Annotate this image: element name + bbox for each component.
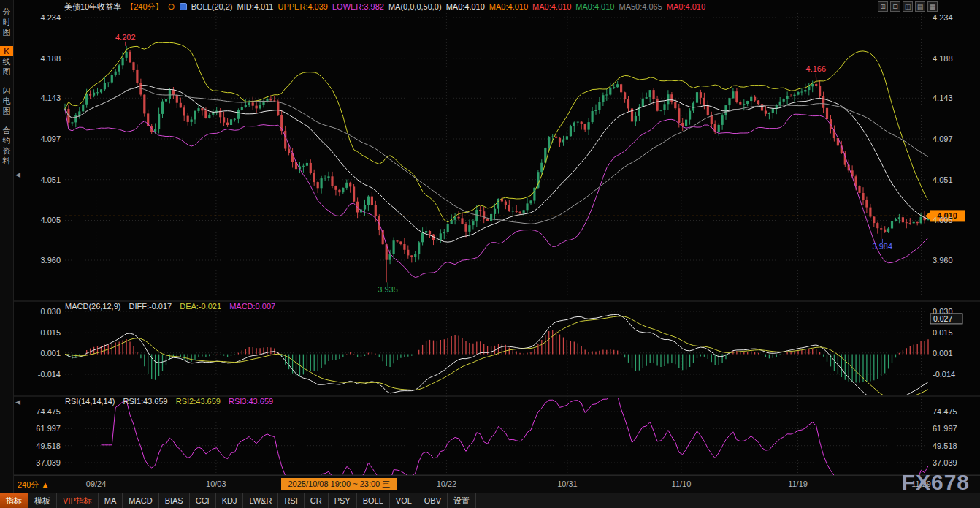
candlestick-chart[interactable]: 4.0104.2344.2344.1884.1884.1434.1434.097… (14, 13, 980, 475)
svg-text:3.960: 3.960 (933, 256, 953, 265)
boll-upper-value: UPPER:4.039 (277, 2, 327, 11)
svg-text:37.039: 37.039 (36, 458, 61, 467)
toolbar-tab-rsi[interactable]: RSI (278, 493, 304, 508)
sidebar-char: 图 (0, 106, 13, 116)
ma-values: MA0:4.010MA0:4.010MA0:4.010MA0:4.010MA50… (446, 2, 710, 11)
price-annotation: 4.166 (806, 64, 827, 73)
x-axis-date: 11/19 (788, 479, 808, 488)
boll-lower-line (65, 109, 928, 278)
indicator-settings-icon[interactable] (180, 3, 187, 10)
period-tag[interactable]: 【240分】 (126, 1, 163, 12)
toolbar-tab-vol[interactable]: VOL (390, 493, 418, 508)
instrument-title: 美债10年收益率 (64, 1, 121, 12)
rsi1-value: RSI1:43.659 (123, 397, 168, 406)
svg-text:0.001: 0.001 (40, 349, 61, 357)
indicator-header-bar: 美债10年收益率 【240分】 ⊖ BOLL(20,2) MID:4.011 U… (14, 0, 980, 13)
svg-text:4.143: 4.143 (40, 94, 61, 102)
svg-text:4.005: 4.005 (933, 216, 953, 224)
window-layout-icons: ⊞⊟◫▤▦ (878, 1, 938, 12)
x-axis-date: 10/31 (557, 479, 578, 488)
boll-upper-line (65, 42, 928, 222)
svg-text:4.051: 4.051 (40, 175, 61, 184)
pane-scroll-arrow[interactable]: ◀ (15, 171, 20, 178)
sidebar-char: 闪 (0, 86, 13, 96)
indicator-toolbar: 指标模板VIP指标MAMACDBIASCCIKDJLW&RRSICRPSYBOL… (0, 493, 980, 508)
layout-icon-3[interactable]: ◫ (903, 1, 913, 12)
macd-macd-value: MACD:0.007 (229, 302, 275, 311)
toolbar-tab-indicators[interactable]: 指标 (0, 493, 28, 508)
svg-text:3.960: 3.960 (40, 256, 61, 265)
svg-text:4.234: 4.234 (40, 13, 61, 22)
svg-text:4.143: 4.143 (933, 94, 953, 102)
sidebar-char: 资 (0, 145, 13, 156)
period-arrow-icon: ▲ (41, 480, 49, 489)
layout-icon-2[interactable]: ⊟ (890, 1, 900, 12)
rsi-line (102, 396, 929, 475)
macd-layer (65, 314, 928, 406)
toolbar-tab-boll[interactable]: BOLL (357, 493, 390, 508)
toolbar-tab-templates[interactable]: 模板 (28, 493, 57, 508)
toolbar-tab-obv[interactable]: OBV (418, 493, 448, 508)
period-selector[interactable]: 240分 ▲ (18, 479, 49, 490)
sidebar-char: 料 (0, 156, 13, 166)
svg-text:74.475: 74.475 (36, 407, 61, 416)
collapse-icon[interactable]: ⊖ (168, 1, 175, 12)
toolbar-tab-vip-indicators[interactable]: VIP指标 (57, 493, 99, 508)
toolbar-tab-settings[interactable]: 设置 (448, 493, 476, 508)
overlay-lines (65, 42, 928, 277)
ma-value: MA0:4.010 (575, 2, 614, 11)
x-axis-date: 11/10 (672, 479, 692, 488)
sidebar-item-contract-info[interactable]: 合约资料 (0, 125, 13, 166)
toolbar-tab-bias[interactable]: BIAS (159, 493, 190, 508)
boll-lower-value: LOWER:3.982 (332, 2, 384, 11)
toolbar-tab-lwr[interactable]: LW&R (243, 493, 278, 508)
price-annotation: 4.202 (115, 33, 136, 42)
svg-text:0.027: 0.027 (933, 314, 952, 323)
pane-scroll-arrow[interactable]: ◀ (15, 398, 20, 406)
boll-mid-value: MID:4.011 (237, 2, 274, 11)
macd-header: MACD(26,12,9) DIFF:-0.017 DEA:-0.021 MAC… (65, 302, 281, 311)
rsi-label: RSI(14,14,14) (65, 397, 115, 406)
time-axis-bar: 240分 ▲ 09/2410/0310/2210/3111/1011/1911/… (0, 475, 980, 493)
toolbar-tab-cci[interactable]: CCI (190, 493, 216, 508)
sidebar-char: K (0, 46, 13, 56)
svg-text:74.475: 74.475 (933, 407, 957, 416)
sidebar-char: 时 (0, 17, 13, 27)
layout-icon-1[interactable]: ⊞ (878, 1, 888, 12)
svg-text:4.005: 4.005 (40, 216, 61, 224)
chart-type-sidebar: 分时图K线图闪电图合约资料 (0, 0, 14, 493)
ma-label: MA(0,0,0,50,0) (388, 2, 442, 11)
svg-text:4.188: 4.188 (40, 54, 61, 63)
toolbar-tab-kdj[interactable]: KDJ (216, 493, 244, 508)
sidebar-char: 约 (0, 135, 13, 145)
svg-text:0.030: 0.030 (40, 307, 61, 316)
macd-dea-value: DEA:-0.021 (180, 302, 221, 311)
svg-text:4.188: 4.188 (933, 54, 953, 63)
macd-dea-line (65, 316, 928, 400)
svg-text:4.051: 4.051 (933, 175, 953, 184)
macd-label: MACD(26,12,9) (65, 302, 120, 311)
svg-text:37.039: 37.039 (933, 458, 957, 467)
layout-icon-4[interactable]: ▤ (915, 1, 925, 12)
crosshair-date-readout: 2025/10/08 19:00 ~ 23:00 三 (281, 478, 398, 490)
sidebar-char: 电 (0, 96, 13, 106)
ma-value: MA0:4.010 (446, 2, 485, 11)
trading-app-window: 分时图K线图闪电图合约资料 美债10年收益率 【240分】 ⊖ BOLL(20,… (0, 0, 980, 508)
svg-text:-0.014: -0.014 (38, 370, 61, 379)
toolbar-tab-macd[interactable]: MACD (123, 493, 158, 508)
sidebar-item-minute-chart[interactable]: 分时图 (0, 7, 13, 37)
toolbar-tab-ma[interactable]: MA (99, 493, 123, 508)
svg-text:-0.014: -0.014 (933, 370, 955, 379)
sidebar-item-flash-chart[interactable]: 闪电图 (0, 86, 13, 116)
svg-text:49.518: 49.518 (933, 441, 957, 450)
macd-current-badge: 0.027 (930, 314, 962, 324)
ma-value: MA50:4.065 (619, 2, 662, 11)
sidebar-char: 图 (0, 27, 13, 37)
sidebar-item-kline-chart[interactable]: K线图 (0, 46, 13, 77)
toolbar-tab-psy[interactable]: PSY (329, 493, 357, 508)
layout-icon-5[interactable]: ▦ (927, 1, 938, 12)
toolbar-tab-cr[interactable]: CR (305, 493, 329, 508)
sidebar-char: 图 (0, 67, 13, 77)
rsi3-value: RSI3:43.659 (229, 397, 273, 406)
rsi-layer (102, 396, 929, 475)
